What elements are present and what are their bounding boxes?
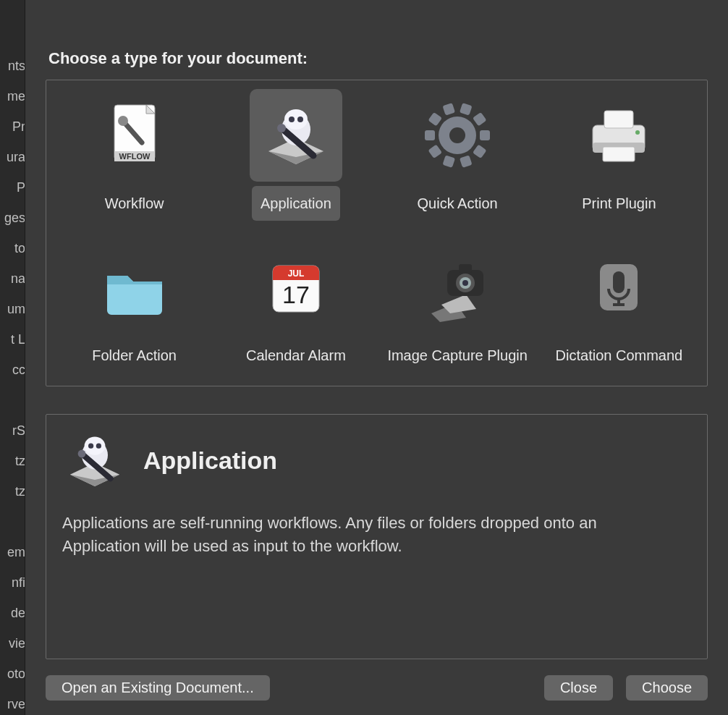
svg-point-11 xyxy=(297,117,303,122)
type-option-calendar-alarm[interactable]: JUL 17 Calendar Alarm xyxy=(215,241,376,373)
camera-icon xyxy=(411,241,504,334)
svg-rect-15 xyxy=(480,130,490,140)
type-option-workflow[interactable]: WFLOW Workflow xyxy=(54,89,215,221)
type-label: Image Capture Plugin xyxy=(378,338,536,373)
type-label: Dictation Command xyxy=(547,338,692,373)
svg-point-51 xyxy=(85,437,106,455)
description-text: Applications are self-running workflows.… xyxy=(62,512,641,558)
svg-rect-21 xyxy=(428,112,443,127)
svg-point-52 xyxy=(88,444,93,449)
folder-icon xyxy=(88,241,181,334)
svg-point-53 xyxy=(96,444,101,449)
svg-rect-20 xyxy=(425,130,435,140)
type-label: Calendar Alarm xyxy=(237,338,355,373)
svg-text:WFLOW: WFLOW xyxy=(119,152,150,161)
svg-point-9 xyxy=(284,109,308,130)
type-option-dictation[interactable]: Dictation Command xyxy=(538,241,700,373)
workflow-icon: WFLOW xyxy=(88,89,181,182)
type-label: Print Plugin xyxy=(573,186,664,221)
description-panel: Application Applications are self-runnin… xyxy=(46,414,708,659)
svg-point-42 xyxy=(462,280,468,286)
close-button[interactable]: Close xyxy=(544,675,613,701)
svg-point-10 xyxy=(289,117,295,122)
gear-icon xyxy=(411,89,504,182)
automator-icon xyxy=(250,89,342,182)
svg-point-30 xyxy=(635,130,640,135)
type-grid: WFLOW Workflow Application Quick Action xyxy=(54,89,700,373)
choose-button[interactable]: Choose xyxy=(626,675,708,701)
svg-rect-22 xyxy=(443,103,456,116)
svg-rect-39 xyxy=(459,264,472,273)
dialog-prompt: Choose a type for your document: xyxy=(48,49,708,68)
svg-rect-29 xyxy=(603,147,635,161)
svg-point-25 xyxy=(449,127,465,143)
type-option-folder-action[interactable]: Folder Action xyxy=(54,241,215,373)
svg-text:17: 17 xyxy=(282,281,310,308)
svg-rect-24 xyxy=(473,112,487,127)
svg-point-55 xyxy=(78,450,86,458)
description-title: Application xyxy=(143,447,277,475)
svg-rect-28 xyxy=(604,111,633,128)
type-option-image-capture[interactable]: Image Capture Plugin xyxy=(377,241,538,373)
printer-icon xyxy=(572,89,665,182)
svg-rect-23 xyxy=(460,103,473,116)
type-label: Folder Action xyxy=(83,338,185,373)
dialog-button-row: Open an Existing Document... Close Choos… xyxy=(46,675,708,701)
svg-rect-17 xyxy=(460,155,473,168)
type-grid-container: WFLOW Workflow Application Quick Action xyxy=(46,80,708,386)
calendar-icon: JUL 17 xyxy=(250,241,342,334)
open-existing-button[interactable]: Open an Existing Document... xyxy=(46,675,270,701)
type-option-quick-action[interactable]: Quick Action xyxy=(377,89,538,221)
type-label: Quick Action xyxy=(409,186,507,221)
svg-rect-16 xyxy=(473,145,487,159)
svg-point-13 xyxy=(277,124,286,132)
svg-rect-45 xyxy=(613,271,625,293)
type-label: Workflow xyxy=(96,186,173,221)
type-option-print-plugin[interactable]: Print Plugin xyxy=(538,89,700,221)
new-document-dialog: Choose a type for your document: WFLOW W… xyxy=(25,0,728,715)
automator-icon xyxy=(62,428,127,493)
svg-rect-18 xyxy=(443,155,456,168)
svg-point-5 xyxy=(118,116,128,126)
type-option-application[interactable]: Application xyxy=(215,89,376,221)
type-label: Application xyxy=(252,186,340,221)
svg-rect-19 xyxy=(428,145,443,159)
mic-icon xyxy=(572,241,665,334)
svg-text:JUL: JUL xyxy=(288,268,305,279)
